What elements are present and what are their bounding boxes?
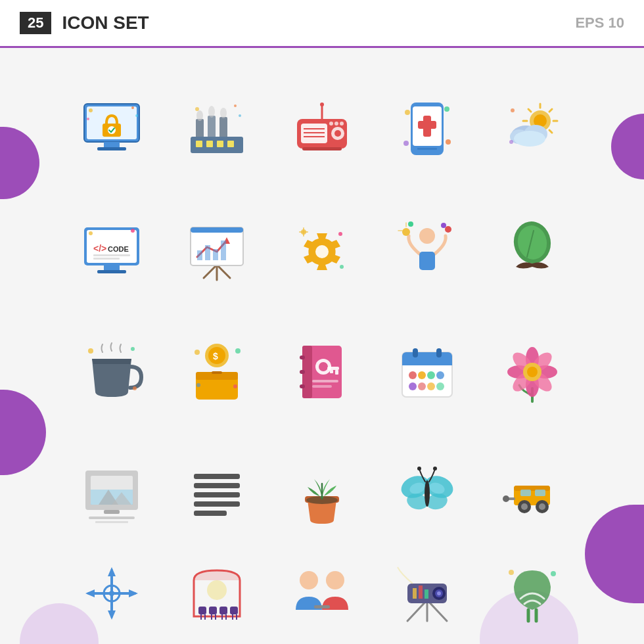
svg-rect-127 (413, 348, 418, 357)
svg-point-135 (427, 382, 435, 390)
svg-point-33 (329, 122, 333, 126)
svg-rect-65 (97, 270, 126, 273)
svg-rect-192 (209, 607, 217, 614)
svg-point-17 (208, 106, 215, 118)
icon-cell-theater[interactable] (171, 561, 263, 626)
deco-left-top (0, 127, 39, 199)
svg-rect-157 (194, 483, 240, 488)
deco-left-bottom (0, 390, 46, 475)
svg-point-16 (196, 110, 203, 121)
icon-cell-code-monitor[interactable]: </> CODE (66, 196, 158, 304)
icon-cell-presentation[interactable] (171, 196, 263, 304)
svg-rect-159 (194, 501, 240, 507)
icon-cell-money-box[interactable]: $ (171, 317, 263, 426)
icon-cell-photo-frame[interactable] (66, 439, 158, 547)
svg-point-107 (195, 350, 200, 355)
svg-rect-126 (402, 360, 452, 365)
flower-icon (499, 339, 565, 405)
svg-rect-78 (197, 250, 202, 260)
svg-point-99 (88, 348, 93, 354)
icon-cell-calendar[interactable] (381, 317, 473, 426)
svg-rect-36 (302, 147, 342, 150)
icon-cell-plant-pot[interactable] (276, 439, 368, 547)
svg-point-71 (131, 229, 135, 233)
svg-rect-23 (227, 141, 234, 147)
leaf-mustache-icon (499, 218, 565, 283)
icon-cell-team[interactable] (276, 561, 368, 626)
svg-rect-40 (418, 121, 436, 129)
icon-cell-trailer[interactable] (486, 439, 578, 547)
svg-point-147 (527, 367, 538, 377)
svg-point-136 (436, 382, 444, 390)
svg-rect-80 (213, 249, 218, 260)
icon-cell-health-app[interactable] (381, 74, 473, 183)
svg-point-59 (514, 131, 545, 147)
header-title: ICON SET (62, 12, 564, 34)
svg-rect-122 (300, 370, 305, 374)
svg-rect-3 (97, 147, 126, 150)
icon-cell-crosshair[interactable] (66, 561, 158, 626)
svg-rect-13 (196, 119, 204, 139)
deco-right-bottom (585, 505, 644, 603)
icon-cell-eco-plug[interactable] (486, 561, 578, 626)
header-eps: EPS 10 (575, 14, 624, 32)
svg-point-11 (234, 104, 237, 107)
icon-cell-text-align[interactable] (171, 439, 263, 547)
icon-cell-address-book[interactable] (276, 317, 368, 426)
svg-rect-120 (312, 385, 332, 388)
icon-cell-leaf-mustache[interactable] (486, 196, 578, 304)
svg-rect-156 (194, 474, 240, 479)
svg-point-170 (425, 480, 430, 507)
header-number: 25 (20, 12, 51, 34)
svg-rect-182 (535, 490, 545, 496)
icon-cell-radio[interactable] (276, 74, 368, 183)
svg-rect-14 (208, 116, 216, 139)
svg-rect-21 (206, 141, 213, 147)
icon-cell-cloudy-sun[interactable] (486, 74, 578, 183)
svg-rect-193 (219, 607, 227, 614)
svg-point-43 (446, 139, 451, 145)
icon-cell-secure-monitor[interactable] (66, 74, 158, 183)
svg-point-101 (133, 386, 137, 390)
svg-line-53 (528, 109, 531, 112)
juggler-icon (394, 218, 460, 283)
svg-line-54 (549, 130, 552, 133)
svg-text:$: $ (213, 351, 218, 361)
svg-rect-68 (93, 254, 130, 256)
svg-rect-89 (419, 252, 435, 270)
icon-cell-flower[interactable] (486, 317, 578, 426)
photo-frame-icon (79, 461, 145, 526)
factory-icon (184, 96, 250, 162)
gear-sparkle-icon (289, 218, 355, 283)
svg-point-131 (427, 371, 435, 379)
money-box-icon: $ (184, 339, 250, 405)
address-book-icon (289, 339, 355, 405)
svg-point-60 (511, 108, 515, 112)
svg-point-115 (319, 362, 328, 371)
text-align-icon (184, 461, 250, 526)
svg-rect-155 (95, 521, 128, 523)
svg-rect-128 (436, 348, 442, 357)
icon-cell-projector[interactable] (381, 561, 473, 626)
svg-point-190 (109, 591, 114, 596)
svg-point-61 (509, 140, 513, 144)
icon-cell-factory[interactable] (171, 74, 263, 183)
presentation-icon (184, 218, 250, 283)
svg-point-7 (131, 106, 134, 109)
projector-icon (394, 561, 460, 626)
svg-rect-216 (425, 589, 428, 599)
icon-cell-coffee-cup[interactable] (66, 317, 158, 426)
svg-text:</>: </> (93, 243, 106, 254)
svg-rect-118 (330, 370, 333, 373)
svg-point-176 (503, 495, 509, 502)
icon-cell-butterfly[interactable] (381, 439, 473, 547)
svg-point-110 (196, 383, 200, 387)
icon-cell-gear-sparkle[interactable] (276, 196, 368, 304)
health-app-icon (394, 96, 460, 162)
svg-rect-153 (104, 510, 120, 514)
svg-point-6 (89, 108, 93, 112)
icon-cell-juggler[interactable] (381, 196, 473, 304)
svg-point-9 (87, 118, 89, 120)
svg-point-10 (195, 107, 199, 111)
svg-point-92 (408, 221, 413, 227)
